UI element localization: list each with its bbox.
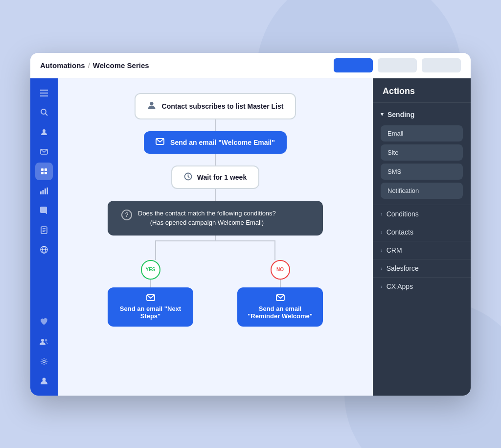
clock-icon: [184, 172, 192, 182]
svg-rect-12: [43, 190, 44, 194]
svg-rect-1: [40, 93, 48, 94]
svg-rect-7: [41, 168, 44, 171]
yes-action-label: Send an email "Next Steps": [115, 305, 185, 320]
svg-point-25: [43, 377, 46, 381]
yes-email-icon: [146, 294, 155, 301]
yes-badge: YES: [141, 260, 160, 280]
no-branch: NO Send an email "Reminder Welcome": [237, 260, 323, 327]
yes-connector: [150, 280, 151, 287]
yes-branch: YES Send an email "Next Steps": [108, 260, 193, 327]
conditions-label: Conditions: [387, 210, 419, 218]
svg-rect-2: [40, 95, 48, 96]
panel-item-site[interactable]: Site: [381, 144, 463, 161]
svg-point-23: [45, 339, 47, 341]
sidebar: [30, 78, 58, 396]
wait-node[interactable]: Wait for 1 week: [171, 165, 259, 189]
panel-item-email[interactable]: Email: [381, 125, 463, 141]
person-icon: [147, 101, 156, 112]
svg-rect-13: [45, 189, 46, 194]
cxapps-label: CX Apps: [387, 283, 413, 290]
svg-point-24: [43, 360, 46, 362]
email-icon: [156, 138, 164, 147]
crm-label: CRM: [387, 246, 402, 254]
panel-title: Actions: [373, 78, 471, 103]
svg-rect-14: [47, 188, 48, 194]
breadcrumb-separator: /: [88, 61, 90, 70]
sidebar-icon-chat[interactable]: [35, 202, 53, 219]
salesforce-group[interactable]: › Salesforce: [373, 259, 471, 277]
salesforce-label: Salesforce: [387, 264, 419, 272]
sidebar-icon-stats[interactable]: [35, 182, 53, 200]
sidebar-icon-heart[interactable]: [35, 313, 53, 331]
contacts-chevron: ›: [381, 229, 383, 235]
svg-point-5: [43, 129, 46, 132]
cxapps-group[interactable]: › CX Apps: [373, 277, 471, 295]
crm-group[interactable]: › CRM: [373, 241, 471, 259]
workflow: Contact subscribes to list Master List S…: [103, 93, 328, 381]
breadcrumb: Automations / Welcome Series: [40, 61, 334, 70]
sidebar-icon-settings[interactable]: [35, 353, 53, 370]
condition-text: Does the contact match the following con…: [138, 209, 276, 228]
contacts-label: Contacts: [387, 228, 413, 236]
send-email-node[interactable]: Send an email "Welcome Email": [144, 131, 287, 154]
condition-sublabel: (Has opened campaign Welcome Email): [138, 218, 276, 228]
top-bar: Automations / Welcome Series: [30, 53, 471, 78]
svg-line-4: [46, 114, 47, 116]
condition-node[interactable]: ? Does the contact match the following c…: [108, 201, 323, 236]
contacts-group[interactable]: › Contacts: [373, 223, 471, 241]
sidebar-icon-profile[interactable]: [35, 372, 53, 390]
svg-rect-0: [40, 90, 48, 91]
branches: YES Send an email "Next Steps" NO: [108, 260, 323, 327]
branch-lines: [108, 236, 323, 260]
app-window: Automations / Welcome Series: [30, 53, 471, 396]
right-panel: Actions ▾ Sending Email Site SMS Notific…: [373, 78, 471, 396]
question-icon: ?: [121, 210, 132, 220]
connector-1: [215, 119, 216, 131]
svg-point-22: [41, 339, 44, 342]
sidebar-icon-search[interactable]: [35, 104, 53, 121]
sidebar-icon-globe[interactable]: [35, 241, 53, 259]
wait-label: Wait for 1 week: [197, 173, 247, 181]
crm-chevron: ›: [381, 247, 383, 253]
no-connector: [280, 280, 281, 287]
sidebar-icon-users[interactable]: [35, 333, 53, 351]
svg-rect-9: [41, 172, 44, 174]
sending-group: ▾ Sending Email Site SMS Notification: [373, 103, 471, 205]
sidebar-icon-contacts[interactable]: [35, 123, 53, 141]
svg-point-3: [41, 109, 46, 114]
trigger-label: Contact subscribes to list Master List: [162, 102, 284, 110]
panel-item-sms[interactable]: SMS: [381, 164, 463, 180]
cxapps-chevron: ›: [381, 283, 383, 289]
secondary-action-button-1[interactable]: [378, 58, 417, 72]
sidebar-icon-email[interactable]: [35, 143, 53, 161]
trigger-node[interactable]: Contact subscribes to list Master List: [135, 93, 296, 119]
panel-item-notification[interactable]: Notification: [381, 183, 463, 199]
salesforce-chevron: ›: [381, 265, 383, 271]
breadcrumb-current: Welcome Series: [93, 61, 149, 70]
sending-group-label: Sending: [387, 111, 414, 118]
no-badge: NO: [271, 260, 290, 280]
no-action-label: Send an email "Reminder Welcome": [245, 305, 315, 320]
send-email-label: Send an email "Welcome Email": [170, 139, 275, 146]
main-content: Contact subscribes to list Master List S…: [30, 78, 471, 396]
secondary-action-button-2[interactable]: [422, 58, 461, 72]
svg-rect-10: [45, 172, 47, 174]
breadcrumb-parent[interactable]: Automations: [40, 61, 85, 70]
top-bar-actions: [334, 58, 461, 72]
sending-group-header[interactable]: ▾ Sending: [381, 109, 463, 120]
sidebar-icon-automations[interactable]: [35, 163, 53, 180]
svg-rect-11: [40, 191, 42, 194]
yes-action-node[interactable]: Send an email "Next Steps": [108, 287, 193, 327]
connector-3: [215, 189, 216, 201]
sidebar-icon-menu[interactable]: [35, 84, 53, 102]
svg-rect-8: [45, 168, 47, 171]
conditions-group[interactable]: › Conditions: [373, 205, 471, 223]
sending-group-items: Email Site SMS Notification: [381, 125, 463, 199]
canvas-area[interactable]: Contact subscribes to list Master List S…: [58, 78, 373, 396]
sidebar-icon-reports[interactable]: [35, 221, 53, 239]
primary-action-button[interactable]: [334, 58, 373, 72]
branch-container: YES Send an email "Next Steps" NO: [103, 236, 328, 327]
connector-2: [215, 154, 216, 165]
sending-chevron-down: ▾: [381, 111, 384, 118]
no-action-node[interactable]: Send an email "Reminder Welcome": [237, 287, 323, 327]
